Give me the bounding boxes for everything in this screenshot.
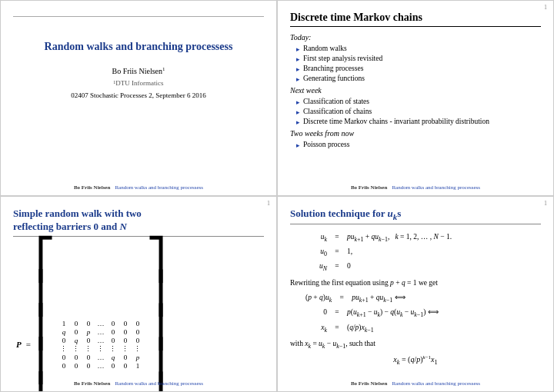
slide2-footer-author: Bo Friis Nielsen [351, 184, 387, 191]
list-item: ▸Random walks [296, 45, 541, 53]
slide4-footer-author: Bo Friis Nielsen [351, 380, 387, 387]
matrix-right-bracket: ⎤⎥⎥⎥⎥⎦ [146, 243, 166, 392]
slide1-footer-title: Random walks and branching processess [115, 184, 203, 191]
slide1-footer: Bo Friis Nielsen Random walks and branch… [1, 184, 276, 191]
list-item: ▸Poisson process [296, 141, 541, 149]
matrix-left-bracket: ⎡⎢⎢⎢⎢⎣ [35, 243, 55, 392]
slide3-title: Simple random walk with two reflecting b… [13, 208, 264, 237]
slide1-author: Bo Friis Nielsen1 [13, 66, 264, 75]
slide2-today-label: Today: [290, 33, 541, 42]
slide-1: Random walks and branching processess Bo… [0, 0, 277, 196]
slide4-eq-block-2: (p + q)uk = puk+1 + quk−1 ⟺ 0 = p(uk+1 −… [305, 291, 541, 335]
eq-row-4: (p + q)uk = puk+1 + quk−1 ⟺ [305, 291, 541, 305]
slide3-math: P = ⎡⎢⎢⎢⎢⎣ 100…000 q0p…000 0q0…000 ⋮⋮⋮⋮⋮… [13, 243, 264, 392]
slide-4: 1 Solution technique for uks uk = puk+1 … [277, 196, 554, 392]
list-item: ▸Discrete time Markov chains - invariant… [296, 118, 541, 126]
slide3-footer-author: Bo Friis Nielsen [74, 380, 110, 387]
slide1-course: 02407 Stochastic Processes 2, September … [13, 91, 264, 99]
slide2-today-list: ▸Random walks ▸First step analysis revis… [290, 45, 541, 83]
slide2-footer-title: Random walks and branching processess [392, 184, 480, 191]
slide2-footer: Bo Friis Nielsen Random walks and branch… [278, 184, 553, 191]
slide4-text-2: with xk = uk − uk−1, such that [290, 338, 541, 351]
list-item: ▸Branching processes [296, 65, 541, 73]
slide3-footer-title: Random walks and branching processess [115, 380, 203, 387]
slide4-title: Solution technique for uks [290, 208, 541, 224]
list-item: ▸Classification of states [296, 98, 541, 106]
slide4-final-eq: xk = (q/p)k−1x1 [290, 354, 541, 366]
slide4-footer: Bo Friis Nielsen Random walks and branch… [278, 380, 553, 387]
slide4-text-1: Rewriting the first equation using p + q… [290, 277, 541, 288]
slide2-nextweek-label: Next week [290, 86, 541, 95]
list-item: ▸First step analysis revisited [296, 55, 541, 63]
matrix-eq-sign: = [26, 340, 31, 349]
slide4-number: 1 [544, 200, 547, 207]
slide2-twoweeks-label: Two weeks from now [290, 129, 541, 138]
slide2-twoweeks-list: ▸Poisson process [290, 141, 541, 149]
eq-row-5: 0 = p(uk+1 − uk) − q(uk − uk−1) ⟺ [305, 306, 541, 320]
slide1-footer-author: Bo Friis Nielsen [74, 184, 110, 191]
eq-row-6: xk = (q/p)xk−1 [305, 321, 541, 335]
slide1-title: Random walks and branching processess [13, 40, 264, 54]
matrix-grid: 100…000 q0p…000 0q0…000 ⋮⋮⋮⋮⋮⋮⋮ 000…q0p … [60, 320, 142, 370]
slide4-eq-block-1: uk = puk+1 + quk−1, k = 1, 2, … , N − 1.… [305, 231, 541, 274]
slide-2: 1 Discrete time Markov chains Today: ▸Ra… [277, 0, 554, 196]
list-item: ▸Classification of chains [296, 108, 541, 116]
slides-grid: Random walks and branching processess Bo… [0, 0, 554, 392]
slide3-number: 1 [267, 200, 270, 207]
eq-row-1: uk = puk+1 + quk−1, k = 1, 2, … , N − 1. [305, 231, 541, 244]
eq-row-2: u0 = 1, [305, 245, 541, 259]
slide2-nextweek-list: ▸Classification of states ▸Classificatio… [290, 98, 541, 126]
slide3-footer: Bo Friis Nielsen Random walks and branch… [1, 380, 276, 387]
matrix-container: P = ⎡⎢⎢⎢⎢⎣ 100…000 q0p…000 0q0…000 ⋮⋮⋮⋮⋮… [16, 243, 264, 392]
slide-3: 1 Simple random walk with two reflecting… [0, 196, 277, 392]
eq-row-3: uN = 0 [305, 260, 541, 274]
list-item: ▸Generating functions [296, 75, 541, 83]
slide4-footer-title: Random walks and branching processess [392, 380, 480, 387]
slide2-number: 1 [544, 4, 547, 11]
matrix-label: P [16, 340, 22, 349]
slide2-title: Discrete time Markov chains [290, 12, 541, 27]
slide1-affiliation: ¹DTU Informatics [13, 79, 264, 87]
